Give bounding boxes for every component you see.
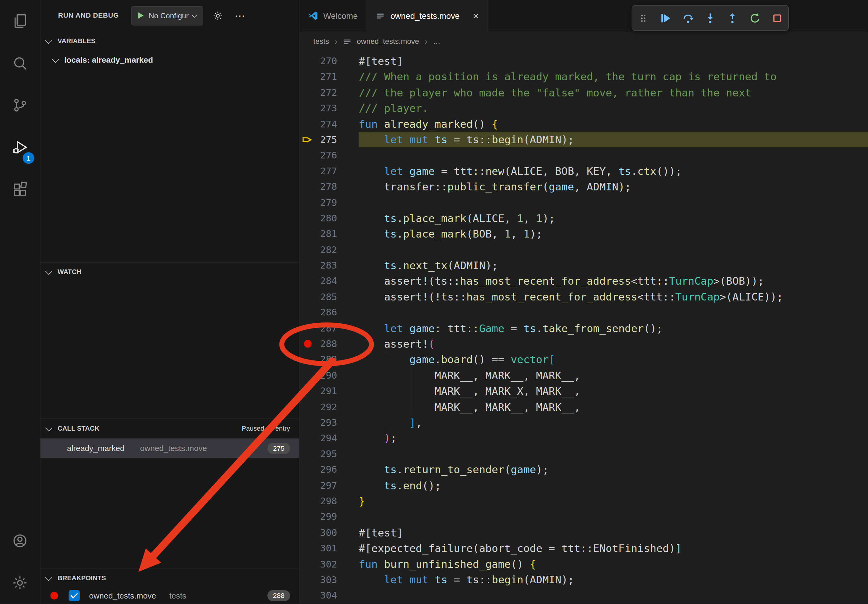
account-icon[interactable] <box>0 520 40 562</box>
breakpoint-list-item[interactable]: owned_tests.move tests 288 <box>40 587 299 604</box>
code-line[interactable]: 270#[test] <box>299 53 868 69</box>
line-number[interactable]: 271 <box>314 69 337 85</box>
code-line[interactable]: 274fun already_marked() { <box>299 116 868 132</box>
breakpoint-gutter[interactable] <box>299 509 314 525</box>
code-text[interactable]: transfer::public_transfer(game, ADMIN); <box>358 179 868 195</box>
code-text[interactable] <box>358 305 868 321</box>
code-text[interactable]: ts.end(); <box>358 477 868 493</box>
start-debug-icon[interactable] <box>136 12 144 19</box>
breakpoint-gutter[interactable] <box>299 352 314 368</box>
code-line[interactable]: 301#[expected_failure(abort_code = ttt::… <box>299 541 868 556</box>
breakpoint-gutter[interactable] <box>299 477 314 493</box>
breakpoint-gutter[interactable] <box>299 588 314 603</box>
more-actions-icon[interactable]: ⋯ <box>233 8 247 23</box>
stop-icon[interactable] <box>768 9 786 27</box>
tab-welcome[interactable]: Welcome <box>299 0 367 32</box>
code-line[interactable]: 300#[test] <box>299 525 868 541</box>
line-number[interactable]: 285 <box>314 289 337 305</box>
code-text[interactable] <box>358 242 868 258</box>
code-text[interactable]: let mut ts = ts::begin(ADMIN); <box>358 572 868 588</box>
code-text[interactable]: #[test] <box>358 525 868 541</box>
line-number[interactable]: 283 <box>314 258 337 273</box>
debug-settings-gear-icon[interactable] <box>211 8 225 23</box>
line-number[interactable]: 286 <box>314 305 337 321</box>
code-line[interactable]: 277 let game = ttt::new(ALICE, BOB, KEY,… <box>299 163 868 179</box>
breakpoints-section-header[interactable]: BREAKPOINTS <box>40 568 299 587</box>
code-text[interactable]: assert!(ts::has_most_recent_for_address<… <box>358 273 868 289</box>
breakpoint-gutter[interactable] <box>299 147 314 163</box>
breadcrumb-more[interactable]: … <box>433 37 440 45</box>
breakpoint-gutter[interactable] <box>299 289 314 305</box>
source-control-icon[interactable] <box>0 84 40 126</box>
code-line[interactable]: 288 assert!( <box>299 336 868 352</box>
explorer-icon[interactable] <box>0 0 40 42</box>
breakpoint-gutter[interactable] <box>299 305 314 321</box>
code-line[interactable]: 294 ); <box>299 431 868 446</box>
close-tab-icon[interactable]: × <box>473 11 479 21</box>
code-line[interactable]: 271/// When a position is already marked… <box>299 69 868 85</box>
breakpoint-gutter[interactable] <box>299 556 314 572</box>
code-text[interactable]: let game = ttt::new(ALICE, BOB, KEY, ts.… <box>358 163 868 179</box>
code-line[interactable]: 298} <box>299 493 868 509</box>
search-icon[interactable] <box>0 42 40 84</box>
code-text[interactable] <box>358 588 868 603</box>
line-number[interactable]: 276 <box>314 147 337 163</box>
breakpoint-gutter[interactable] <box>299 163 314 179</box>
step-into-icon[interactable] <box>701 9 719 27</box>
code-text[interactable]: ts.return_to_sender(game); <box>358 462 868 477</box>
code-line[interactable]: 295 <box>299 446 868 462</box>
code-text[interactable]: ts.place_mark(BOB, 1, 1); <box>358 226 868 242</box>
line-number[interactable]: 280 <box>314 210 337 226</box>
code-line[interactable]: 290 MARK__, MARK__, MARK__, <box>299 367 868 383</box>
line-number[interactable]: 287 <box>314 320 337 336</box>
breakpoint-gutter[interactable] <box>299 383 314 399</box>
code-text[interactable]: /// the player who made the "false" move… <box>358 85 868 101</box>
line-number[interactable]: 299 <box>314 509 337 525</box>
code-line[interactable]: 291 MARK__, MARK_X, MARK__, <box>299 383 868 399</box>
line-number[interactable]: 302 <box>314 556 337 572</box>
code-text[interactable] <box>358 446 868 462</box>
code-text[interactable]: ], <box>358 415 868 431</box>
code-text[interactable]: } <box>358 493 868 509</box>
line-number[interactable]: 288 <box>314 336 337 352</box>
code-text[interactable]: MARK__, MARK_X, MARK__, <box>358 383 868 399</box>
code-text[interactable]: let mut ts = ts::begin(ADMIN); <box>358 132 868 147</box>
line-number[interactable]: 275 <box>314 132 337 147</box>
code-line[interactable]: 284 assert!(ts::has_most_recent_for_addr… <box>299 273 868 289</box>
breakpoint-gutter[interactable] <box>299 336 314 352</box>
code-line[interactable]: 287 let game: ttt::Game = ts.take_from_s… <box>299 320 868 336</box>
code-line[interactable]: 273/// player. <box>299 101 868 116</box>
code-line[interactable]: 297 ts.end(); <box>299 477 868 493</box>
code-text[interactable] <box>358 509 868 525</box>
line-number[interactable]: 284 <box>314 273 337 289</box>
line-number[interactable]: 295 <box>314 446 337 462</box>
code-line[interactable]: 304 <box>299 588 868 603</box>
breakpoint-gutter[interactable] <box>299 415 314 431</box>
breakpoint-gutter[interactable] <box>299 493 314 509</box>
code-line[interactable]: 275 let mut ts = ts::begin(ADMIN); <box>299 132 868 147</box>
line-number[interactable]: 289 <box>314 352 337 368</box>
run-and-debug-icon[interactable]: 1 <box>0 126 40 168</box>
line-number[interactable]: 301 <box>314 541 337 556</box>
breakpoint-gutter[interactable] <box>299 399 314 415</box>
code-editor[interactable]: 270#[test]271/// When a position is alre… <box>299 51 868 604</box>
breakpoint-gutter[interactable] <box>299 320 314 336</box>
breakpoint-gutter[interactable] <box>299 446 314 462</box>
code-line[interactable]: 302fun burn_unfinished_game() { <box>299 556 868 572</box>
code-line[interactable]: 281 ts.place_mark(BOB, 1, 1); <box>299 226 868 242</box>
watch-section-header[interactable]: WATCH <box>40 262 299 281</box>
code-text[interactable]: let game: ttt::Game = ts.take_from_sende… <box>358 320 868 336</box>
breakpoint-gutter[interactable] <box>299 179 314 195</box>
code-line[interactable]: 299 <box>299 509 868 525</box>
line-number[interactable]: 270 <box>314 53 337 69</box>
breakpoint-gutter[interactable] <box>299 541 314 556</box>
breakpoint-gutter[interactable] <box>299 132 314 147</box>
restart-icon[interactable] <box>746 9 764 27</box>
code-text[interactable]: /// When a position is already marked, t… <box>358 69 868 85</box>
code-line[interactable]: 285 assert!(!ts::has_most_recent_for_add… <box>299 289 868 305</box>
code-line[interactable]: 303 let mut ts = ts::begin(ADMIN); <box>299 572 868 588</box>
line-number[interactable]: 297 <box>314 477 337 493</box>
breakpoint-gutter[interactable] <box>299 258 314 273</box>
code-text[interactable]: ts.place_mark(ALICE, 1, 1); <box>358 210 868 226</box>
line-number[interactable]: 290 <box>314 367 337 383</box>
